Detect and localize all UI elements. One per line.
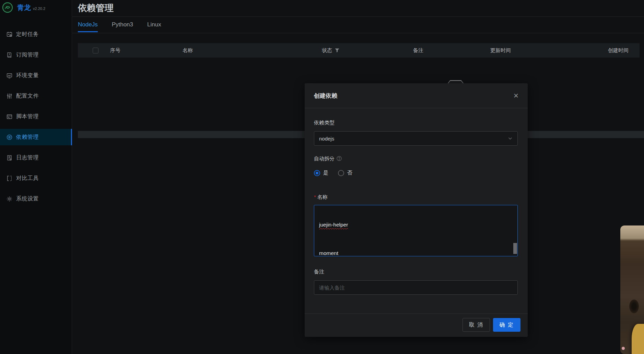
name-textarea-content: juejin-helper moment global-agent cheeri… [319, 205, 511, 256]
sidebar-item-label: 环境变量 [16, 72, 39, 79]
log-icon [7, 155, 12, 161]
tab-label: Linux [147, 21, 161, 28]
close-icon[interactable]: ✕ [511, 91, 521, 100]
radio-yes[interactable]: 是 [314, 170, 328, 176]
radio-dot [314, 170, 320, 176]
dependency-type-label: 依赖类型 [314, 120, 335, 126]
diff-icon [7, 175, 12, 181]
auto-split-radio-group: 是 否 [314, 170, 362, 176]
ok-button[interactable]: 确 定 [493, 318, 520, 332]
radio-dot [338, 170, 344, 176]
sidebar-menu: 定时任务 订阅管理 环境变量 配置文件 [0, 26, 72, 211]
script-icon [7, 114, 12, 120]
sidebar-item-label: 日志管理 [16, 154, 39, 161]
select-all-checkbox[interactable] [93, 48, 98, 53]
column-header-status: 状态 [322, 43, 339, 58]
remark-label: 备注 [314, 269, 324, 275]
remark-input[interactable] [314, 280, 518, 295]
dependency-type-value: nodejs [319, 136, 334, 142]
sidebar-item-config-files[interactable]: 配置文件 [0, 88, 72, 104]
sidebar-item-label: 脚本管理 [16, 113, 39, 120]
tab-label: NodeJs [78, 21, 98, 28]
tabbar: NodeJs Python3 Linux [78, 16, 175, 33]
sidebar-item-settings[interactable]: 系统设置 [0, 191, 72, 207]
app-logo[interactable]: 青龙 v2.20.2 [2, 2, 45, 13]
pip-video-overlay[interactable] [620, 225, 644, 354]
app-name: 青龙 [17, 3, 31, 12]
modal-header: 创建依赖 [305, 83, 528, 108]
sidebar-item-scheduled-tasks[interactable]: 定时任务 [0, 26, 72, 42]
name-label: *名称 [314, 194, 328, 200]
tab-python3[interactable]: Python3 [112, 16, 133, 33]
dragon-logo-icon [2, 2, 13, 13]
sidebar-item-subscriptions[interactable]: 订阅管理 [0, 47, 72, 63]
sidebar-item-label: 配置文件 [16, 93, 39, 100]
schedule-icon [7, 32, 12, 37]
column-header-index: 序号 [110, 43, 120, 58]
pip-video-content [629, 300, 639, 313]
sidebar-item-dependencies[interactable]: 依赖管理 [0, 129, 72, 145]
dependency-icon [7, 134, 12, 140]
required-mark: * [314, 194, 316, 200]
settings-icon [7, 196, 12, 202]
sidebar-item-env-vars[interactable]: 环境变量 [0, 67, 72, 84]
sidebar-item-logs[interactable]: 日志管理 [0, 149, 72, 166]
textarea-scrollbar-thumb[interactable] [513, 243, 517, 254]
modal-footer: 取 消 确 定 [305, 314, 528, 337]
tabbar-divider [72, 33, 644, 33]
sidebar-item-label: 依赖管理 [16, 134, 39, 141]
radio-no[interactable]: 否 [338, 170, 352, 176]
tab-linux[interactable]: Linux [147, 16, 161, 33]
sidebar-item-diff-tool[interactable]: 对比工具 [0, 170, 72, 186]
column-header-updated: 更新时间 [490, 43, 511, 58]
tab-label: Python3 [112, 21, 133, 28]
sidebar-item-scripts[interactable]: 脚本管理 [0, 108, 72, 125]
table-header: 序号 名称 状态 备注 更新时间 创建时间 [78, 43, 640, 58]
sidebar-item-label: 定时任务 [16, 31, 39, 38]
sidebar-item-label: 系统设置 [16, 195, 39, 203]
auto-split-label: 自动拆分 [314, 156, 342, 162]
page-title: 依赖管理 [78, 2, 114, 14]
sidebar-item-label: 订阅管理 [16, 51, 39, 59]
column-header-name: 名称 [183, 43, 193, 58]
tab-nodejs[interactable]: NodeJs [78, 16, 98, 33]
chevron-down-icon [508, 136, 513, 141]
sidebar-item-label: 对比工具 [16, 175, 39, 182]
config-icon [7, 93, 12, 99]
create-dependency-modal: 创建依赖 ✕ 依赖类型 nodejs 自动拆分 是 否 [305, 83, 528, 337]
sidebar: 青龙 v2.20.2 定时任务 订阅管理 环境变量 [0, 0, 72, 354]
column-header-created: 创建时间 [608, 43, 629, 58]
qinglong-app-window: 青龙 v2.20.2 定时任务 订阅管理 环境变量 [0, 0, 644, 354]
cancel-button[interactable]: 取 消 [462, 318, 490, 332]
column-header-remark: 备注 [413, 43, 423, 58]
dependency-type-select[interactable]: nodejs [314, 131, 518, 146]
env-icon [7, 73, 12, 78]
modal-title: 创建依赖 [314, 92, 337, 100]
name-textarea[interactable]: juejin-helper moment global-agent cheeri… [314, 205, 518, 256]
filter-icon[interactable] [335, 48, 339, 53]
question-circle-icon[interactable] [337, 156, 342, 161]
subscription-icon [7, 52, 12, 58]
app-version: v2.20.2 [33, 7, 45, 11]
